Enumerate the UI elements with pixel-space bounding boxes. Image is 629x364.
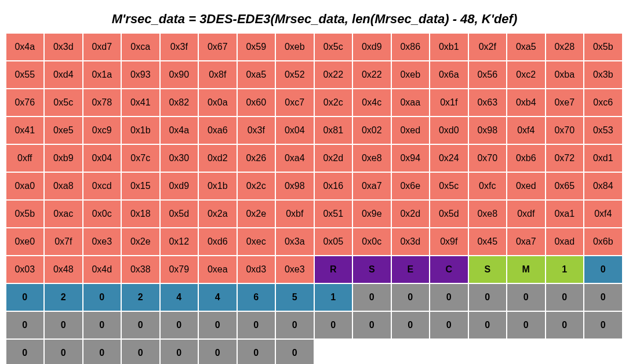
byte-cell: 0x3d bbox=[392, 228, 430, 255]
byte-cell bbox=[315, 340, 352, 364]
byte-cell bbox=[507, 340, 545, 364]
byte-cell: 0xeb bbox=[276, 34, 314, 60]
byte-cell: 0 bbox=[276, 340, 314, 364]
byte-cell: 0x63 bbox=[469, 89, 507, 116]
byte-cell: 0x3d bbox=[45, 34, 82, 60]
byte-cell: 0 bbox=[199, 340, 237, 364]
byte-cell: 0xdf bbox=[507, 201, 545, 227]
byte-cell: 0xca bbox=[122, 34, 159, 60]
byte-cell: 0x5c bbox=[315, 34, 352, 60]
byte-cell: 0x90 bbox=[161, 61, 198, 88]
byte-row: 00000000 bbox=[6, 340, 623, 364]
byte-cell bbox=[546, 340, 584, 364]
byte-row: 0x5b0xac0x0c0x180x5d0x2a0x2e0xbf0x510x9e… bbox=[6, 201, 623, 227]
byte-cell: 0x26 bbox=[238, 145, 275, 172]
byte-row: 0xe00x7f0xe30x2e0x120xd60xec0x3a0x050x0c… bbox=[6, 228, 623, 255]
byte-cell: 0x67 bbox=[199, 34, 237, 60]
byte-cell: 0 bbox=[161, 340, 198, 364]
byte-cell: 0x76 bbox=[6, 89, 44, 116]
byte-cell: 0x2c bbox=[238, 173, 275, 199]
byte-cell: 0x52 bbox=[276, 61, 314, 88]
byte-cell: 0x2f bbox=[469, 34, 507, 60]
byte-cell: 0 bbox=[83, 340, 121, 364]
byte-cell: 0xf4 bbox=[584, 201, 622, 227]
byte-cell: 0x2c bbox=[315, 89, 352, 116]
byte-cell: 0x5b bbox=[584, 34, 622, 60]
byte-cell: 0x02 bbox=[353, 117, 391, 144]
byte-cell: 0x48 bbox=[45, 256, 82, 283]
byte-cell: 0xe7 bbox=[546, 89, 584, 116]
diagram-title: M'rsec_data = 3DES-EDE3(Mrsec_data, len(… bbox=[6, 12, 623, 27]
byte-cell: 0xc6 bbox=[584, 89, 622, 116]
byte-cell: 0xd1 bbox=[584, 145, 622, 172]
byte-grid: 0x4a0x3d0xd70xca0x3f0x670x590xeb0x5c0xd9… bbox=[6, 34, 623, 364]
byte-cell: 0x98 bbox=[276, 173, 314, 199]
byte-cell: 4 bbox=[199, 284, 237, 311]
byte-row: 0202446510000000 bbox=[6, 284, 623, 311]
byte-cell: 0x30 bbox=[161, 145, 198, 172]
byte-cell: 0xc9 bbox=[83, 117, 121, 144]
byte-cell: 0x6b bbox=[584, 228, 622, 255]
byte-cell: 0 bbox=[469, 312, 507, 338]
byte-cell: 0 bbox=[392, 284, 430, 311]
byte-cell: 0x53 bbox=[584, 117, 622, 144]
byte-cell: 0x3f bbox=[238, 117, 275, 144]
byte-cell: 0xe0 bbox=[6, 228, 44, 255]
byte-cell: 0xb9 bbox=[45, 145, 82, 172]
byte-cell: 0x4a bbox=[6, 34, 44, 60]
byte-cell: 0x5b bbox=[6, 201, 44, 227]
byte-cell: 0xa7 bbox=[507, 228, 545, 255]
byte-cell: 0x18 bbox=[122, 201, 159, 227]
byte-cell: 0x60 bbox=[238, 89, 275, 116]
byte-cell: 0 bbox=[6, 284, 44, 311]
byte-cell: 0xc7 bbox=[276, 89, 314, 116]
byte-cell: 0x82 bbox=[161, 89, 198, 116]
byte-row: 0xff0xb90x040x7c0x300xd20x260xa40x2d0xe8… bbox=[6, 145, 623, 172]
byte-cell: 0xd9 bbox=[161, 173, 198, 199]
byte-cell: 0xa0 bbox=[6, 173, 44, 199]
byte-cell: 0x6a bbox=[430, 61, 468, 88]
byte-cell: 0x5c bbox=[45, 89, 82, 116]
byte-cell: 0x2d bbox=[392, 201, 430, 227]
byte-cell: 0x4c bbox=[353, 89, 391, 116]
byte-cell: 0 bbox=[83, 312, 121, 338]
byte-cell: 0xa6 bbox=[199, 117, 237, 144]
byte-cell: 0x22 bbox=[353, 61, 391, 88]
byte-cell: 0 bbox=[161, 312, 198, 338]
byte-cell: 0xd7 bbox=[83, 34, 121, 60]
byte-cell: 0x4a bbox=[161, 117, 198, 144]
byte-cell: 0xec bbox=[238, 228, 275, 255]
byte-cell: 0x04 bbox=[83, 145, 121, 172]
byte-cell: 0 bbox=[45, 312, 82, 338]
byte-cell: 0x22 bbox=[315, 61, 352, 88]
byte-cell: 0 bbox=[45, 340, 82, 364]
byte-cell: 0xd4 bbox=[45, 61, 82, 88]
byte-cell: 0x2d bbox=[315, 145, 352, 172]
byte-cell: 0x93 bbox=[122, 61, 159, 88]
byte-cell: 0x0a bbox=[199, 89, 237, 116]
byte-cell: 0xba bbox=[546, 61, 584, 88]
byte-cell: 0 bbox=[238, 312, 275, 338]
byte-cell: 0x28 bbox=[546, 34, 584, 60]
byte-cell: 0xa5 bbox=[238, 61, 275, 88]
byte-cell: 0 bbox=[584, 256, 622, 283]
byte-cell: 0 bbox=[199, 312, 237, 338]
byte-cell: 0xcd bbox=[83, 173, 121, 199]
byte-cell: 0 bbox=[430, 284, 468, 311]
byte-cell: 0x38 bbox=[122, 256, 159, 283]
byte-cell: 0x8f bbox=[199, 61, 237, 88]
byte-cell: 0xea bbox=[199, 256, 237, 283]
byte-cell: 0 bbox=[430, 312, 468, 338]
byte-cell: 1 bbox=[315, 284, 352, 311]
byte-cell: 0xd9 bbox=[353, 34, 391, 60]
byte-cell: 0 bbox=[392, 312, 430, 338]
byte-row: 0x410xe50xc90x1b0x4a0xa60x3f0x040x810x02… bbox=[6, 117, 623, 144]
byte-cell: 0 bbox=[315, 312, 352, 338]
byte-cell: 0xd0 bbox=[430, 117, 468, 144]
byte-cell: 0x03 bbox=[6, 256, 44, 283]
byte-row: 0x4a0x3d0xd70xca0x3f0x670x590xeb0x5c0xd9… bbox=[6, 34, 623, 60]
byte-cell: 0 bbox=[469, 284, 507, 311]
byte-cell: 0x9e bbox=[353, 201, 391, 227]
byte-row: 0000000000000000 bbox=[6, 312, 623, 338]
byte-cell: 0x1b bbox=[199, 173, 237, 199]
